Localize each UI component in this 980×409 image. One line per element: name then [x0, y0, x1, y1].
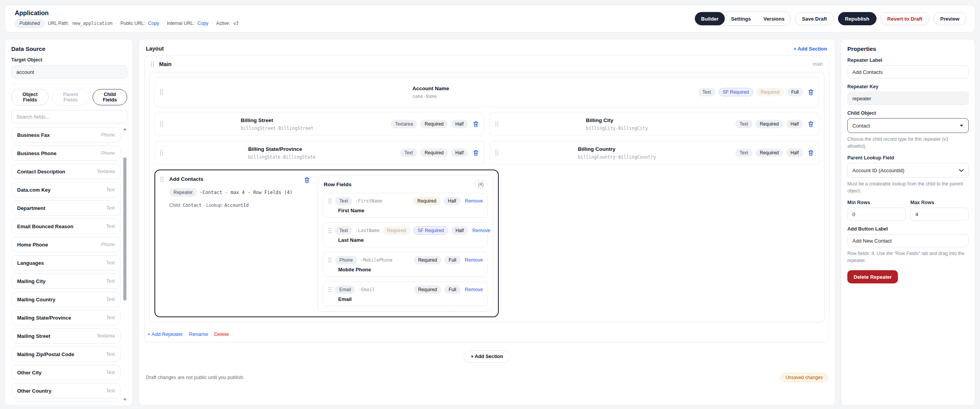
required-toggle[interactable]: Required [413, 197, 441, 205]
internal-url-copy-link[interactable]: Copy [198, 21, 209, 26]
field-item-languages[interactable]: LanguagesText [11, 255, 121, 271]
delete-row-button[interactable] [472, 149, 479, 157]
scrollbar-thumb[interactable] [123, 157, 126, 301]
max-rows-input[interactable] [910, 208, 969, 221]
add-section-button[interactable]: + Add Section [464, 350, 510, 363]
add-section-link[interactable]: + Add Section [793, 46, 827, 52]
field-item-mailing-country[interactable]: Mailing CountryText [11, 292, 121, 307]
width-toggle[interactable]: Half [444, 197, 460, 205]
required-toggle[interactable]: Required [414, 256, 442, 264]
scroll-down-arrow-icon[interactable] [123, 399, 126, 401]
delete-repeater-button[interactable]: Delete Repeater [847, 270, 898, 283]
field-list-scrollbar[interactable] [123, 127, 127, 402]
required-toggle[interactable]: Required [756, 88, 784, 96]
search-fields-input[interactable] [11, 110, 127, 123]
type-badge: Email [335, 285, 355, 294]
field-item-home-phone[interactable]: Home PhonePhone [11, 237, 121, 252]
row-title-area: Account Name name·Name [163, 86, 698, 99]
tab-parent-fields[interactable]: Parent Fields [52, 89, 89, 105]
drag-handle-icon[interactable] [495, 150, 499, 156]
field-type: Text [106, 370, 115, 375]
repeater-key-input[interactable] [847, 92, 969, 105]
rename-section-link[interactable]: Rename [189, 331, 208, 337]
field-item-department[interactable]: DepartmentText [11, 200, 121, 216]
field-item-email-bounced-reason[interactable]: Email Bounced ReasonText [11, 218, 121, 234]
tab-object-fields[interactable]: Object Fields [11, 89, 49, 105]
tab-versions[interactable]: Versions [757, 12, 791, 25]
remove-row-field-link[interactable]: Remove [465, 287, 483, 292]
delete-row-button[interactable] [807, 149, 814, 157]
drag-handle-icon[interactable] [328, 287, 332, 293]
drag-handle-icon[interactable] [160, 89, 163, 95]
required-toggle[interactable]: Required [420, 120, 448, 128]
row-field-email[interactable]: Email ·Email Required Full Remove Email [323, 281, 488, 306]
required-toggle[interactable]: Required [383, 226, 410, 235]
field-item-other-city[interactable]: Other CityText [11, 365, 121, 380]
repeater-label-input[interactable] [847, 65, 969, 79]
field-item-datacom-key[interactable]: Data.com KeyText [11, 182, 121, 198]
delete-row-button[interactable] [807, 120, 814, 128]
drag-handle-icon[interactable] [328, 227, 332, 234]
drag-handle-icon[interactable] [328, 257, 332, 263]
revert-to-draft-button[interactable]: Revert to Draft [880, 12, 929, 25]
delete-row-button[interactable] [807, 88, 814, 96]
preview-button[interactable]: Preview [933, 12, 966, 25]
drag-handle-icon[interactable] [495, 121, 499, 127]
field-item-business-phone[interactable]: Business PhonePhone [11, 145, 121, 161]
add-button-label-input[interactable] [847, 234, 969, 247]
field-item-business-fax[interactable]: Business FaxPhone [11, 127, 121, 143]
drag-handle-icon[interactable] [151, 61, 154, 67]
scroll-up-arrow-icon[interactable] [123, 128, 126, 130]
width-toggle[interactable]: Full [444, 285, 460, 294]
tab-builder[interactable]: Builder [695, 12, 725, 25]
repeater-add-contacts[interactable]: Add Contacts Repeater ·Contact · max 4 ·… [154, 170, 499, 317]
layout-row-billing-country[interactable]: Billing Country billingCountry·BillingCo… [490, 141, 820, 165]
layout-row-billing-city[interactable]: Billing City billingCity·BillingCity Tex… [490, 112, 820, 136]
field-item-mailing-street[interactable]: Mailing StreetTextarea [11, 328, 121, 344]
child-object-select[interactable]: Contact [847, 118, 969, 133]
drag-handle-icon[interactable] [160, 150, 163, 156]
field-item-other-phone[interactable]: Other PhonePhone [11, 401, 121, 402]
required-toggle[interactable]: Required [420, 149, 448, 157]
layout-row-billing-state[interactable]: Billing State/Province billingState·Bill… [154, 141, 484, 165]
min-rows-input[interactable] [847, 208, 906, 221]
required-toggle[interactable]: Required [756, 149, 783, 157]
remove-row-field-link[interactable]: Remove [465, 257, 483, 263]
remove-row-field-link[interactable]: Remove [465, 198, 483, 204]
row-field-mobile-phone[interactable]: Phone ·MobilePhone Required Full Remove … [323, 252, 488, 277]
width-toggle[interactable]: Half [451, 149, 468, 157]
delete-repeater-row-button[interactable] [303, 176, 310, 184]
width-toggle[interactable]: Full [444, 256, 460, 264]
field-item-mailing-city[interactable]: Mailing CityText [11, 273, 121, 289]
field-item-other-country[interactable]: Other CountryText [11, 383, 121, 399]
tab-child-fields[interactable]: Child Fields [93, 89, 127, 105]
width-toggle[interactable]: Full [787, 88, 803, 96]
republish-button[interactable]: Republish [838, 12, 877, 25]
width-toggle[interactable]: Half [786, 120, 803, 128]
parent-lookup-select[interactable]: Account ID (AccountId) [847, 163, 969, 178]
row-field-first-name[interactable]: Text ·FirstName Required Half Remove Fir… [323, 193, 488, 218]
target-object-input[interactable] [11, 65, 127, 79]
public-url-copy-link[interactable]: Copy [148, 21, 159, 26]
layout-row-billing-street[interactable]: Billing Street billingStreet·BillingStre… [154, 112, 484, 136]
field-item-contact-description[interactable]: Contact DescriptionTextarea [11, 164, 121, 179]
drag-handle-icon[interactable] [328, 198, 332, 204]
layout-row-account-name[interactable]: Account Name name·Name Text SF Required … [154, 77, 819, 107]
width-toggle[interactable]: Half [451, 226, 468, 235]
drag-handle-icon[interactable] [160, 121, 163, 127]
row-field-last-name[interactable]: Text ·LastName Required SF Required Half… [323, 222, 488, 247]
remove-row-field-link[interactable]: Remove [472, 228, 491, 233]
width-toggle[interactable]: Half [451, 120, 468, 128]
required-toggle[interactable]: Required [414, 285, 442, 294]
width-toggle[interactable]: Half [786, 149, 803, 157]
delete-section-link[interactable]: Delete [214, 331, 229, 337]
field-name: Business Phone [17, 150, 56, 156]
tab-settings[interactable]: Settings [725, 12, 757, 25]
add-repeater-link[interactable]: + Add Repeater [147, 331, 183, 337]
save-draft-button[interactable]: Save Draft [795, 12, 834, 25]
required-toggle[interactable]: Required [756, 120, 783, 128]
drag-handle-icon[interactable] [160, 176, 164, 182]
field-item-mailing-zip[interactable]: Mailing Zip/Postal CodeText [11, 346, 121, 362]
delete-row-button[interactable] [472, 120, 479, 128]
field-item-mailing-state[interactable]: Mailing State/ProvinceText [11, 310, 121, 325]
